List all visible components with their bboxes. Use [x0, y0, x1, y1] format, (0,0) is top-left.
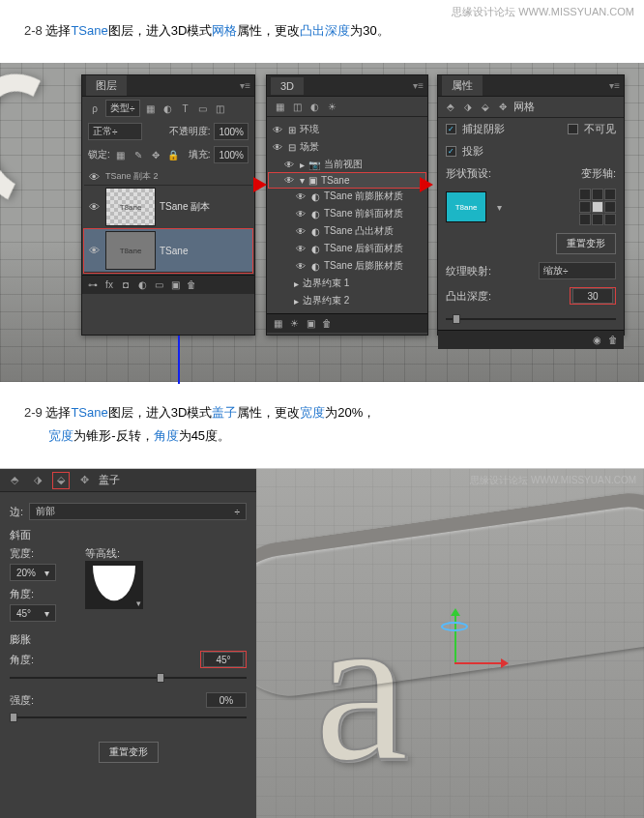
lock-move-icon[interactable]: ✥	[149, 148, 162, 161]
cap-tab-label: 盖子	[99, 473, 120, 487]
strength-slider[interactable]	[10, 711, 247, 724]
lock-paint-icon[interactable]: ✎	[132, 148, 145, 161]
contour-shape-icon	[93, 566, 135, 604]
fill-input[interactable]: 100%	[214, 146, 249, 163]
cap-panel: ⬘ ⬗ ⬙ ✥ 盖子 边: 前部÷ 斜面 宽度: 20%▾ 角度: 45°▾ 等…	[0, 469, 256, 818]
extrude-depth-input[interactable]	[572, 288, 613, 304]
coord-mode-icon[interactable]: ✥	[75, 472, 93, 489]
panel-tabbar: 图层 ▾≡	[82, 75, 254, 97]
filter-scene-icon[interactable]: ▦	[273, 100, 286, 113]
cap-mode-icon[interactable]: ⬙	[52, 472, 70, 489]
filter-light-icon[interactable]: ☀	[325, 100, 338, 113]
dropdown-icon[interactable]: ▾	[136, 599, 141, 608]
inflate-angle-input[interactable]	[203, 652, 244, 667]
tree-item[interactable]: 👁◐TSane 后膨胀材质	[269, 257, 425, 275]
trash-icon[interactable]: 🗑	[606, 334, 620, 347]
tree-item[interactable]: ▸边界约束 2	[269, 292, 425, 309]
visibility-icon[interactable]: 👁	[86, 245, 102, 256]
layers-tab[interactable]: 图层	[86, 75, 127, 96]
filter-type-icon[interactable]: T	[179, 102, 192, 115]
invisible-checkbox[interactable]	[568, 124, 578, 134]
3d-tab[interactable]: 3D	[271, 77, 304, 95]
lock-transparent-icon[interactable]: ▦	[114, 148, 128, 161]
render-icon[interactable]: ◉	[590, 334, 603, 347]
gizmo-x-axis[interactable]	[454, 662, 503, 664]
shape-preset-swatch[interactable]: T8ane	[446, 191, 486, 222]
layer-row[interactable]: 👁 T8ane TSane 副本	[84, 186, 252, 229]
tree-item-selected[interactable]: 👁▾▣TSane	[269, 173, 425, 188]
deform-mode-icon[interactable]: ⬗	[29, 472, 46, 489]
tree-item[interactable]: 👁⊟场景	[269, 138, 425, 156]
visibility-icon[interactable]: 👁	[86, 171, 102, 183]
trash-icon[interactable]: 🗑	[185, 278, 198, 292]
reset-deform-button[interactable]: 重置变形	[99, 742, 159, 763]
link-icon[interactable]: ⊶	[86, 278, 100, 292]
filter-material-icon[interactable]: ◐	[307, 100, 321, 113]
visibility-icon[interactable]: 👁	[86, 201, 102, 213]
tree-item[interactable]: 👁⊞环境	[269, 121, 425, 138]
cap-mode-icon[interactable]: ⬙	[479, 101, 492, 114]
step-2-9: 2-9 选择TSane图层，进入3D模式盖子属性，更改宽度为20%， 宽度为锥形…	[0, 382, 644, 468]
tree-item[interactable]: 👁◐TSane 凸出材质	[269, 222, 425, 240]
fill-adj-icon[interactable]: ◐	[135, 278, 149, 292]
mesh-mode-icon[interactable]: ⬘	[444, 101, 457, 114]
lock-all-icon[interactable]: 🔒	[166, 148, 180, 161]
properties-footer: ◉ 🗑	[438, 330, 624, 349]
trash-icon[interactable]: 🗑	[320, 317, 334, 331]
filter-mesh-icon[interactable]: ◫	[290, 100, 304, 113]
filter-pixel-icon[interactable]: ▦	[144, 102, 158, 115]
tree-item[interactable]: ▸边界约束 1	[269, 275, 425, 292]
panel-menu-icon[interactable]: ▾≡	[413, 80, 424, 91]
panel-menu-icon[interactable]: ▾≡	[240, 80, 250, 91]
tree-item[interactable]: 👁▸📷当前视图	[269, 156, 425, 173]
filter-icon[interactable]: ρ	[88, 102, 102, 115]
layer-row[interactable]: 👁 TSane 副本 2	[84, 168, 252, 186]
panel-menu-icon[interactable]: ▾≡	[609, 80, 620, 91]
lock-label: 锁定:	[88, 148, 110, 161]
kind-filter[interactable]: 类型 ÷	[105, 100, 140, 117]
contour-picker[interactable]: ▾	[85, 561, 143, 609]
edge-select[interactable]: 前部÷	[29, 503, 247, 520]
reset-deform-button[interactable]: 重置变形	[556, 233, 616, 254]
axis-grid[interactable]	[579, 189, 616, 225]
instruction-2-8: 2-8 选择TSane图层，进入3D模式网格属性，更改凸出深度为30。	[24, 19, 620, 42]
edge-label: 边:	[10, 505, 23, 519]
cast-shadow-checkbox[interactable]: ✓	[446, 146, 456, 157]
opacity-input[interactable]: 100%	[214, 123, 249, 140]
blend-mode[interactable]: 正常 ÷	[88, 123, 142, 140]
filter-adjust-icon[interactable]: ◐	[161, 102, 175, 115]
layers-footer: ⊶ fx ◘ ◐ ▭ ▣ 🗑	[82, 275, 254, 294]
layer-row-selected[interactable]: 👁 T8ane TSane	[84, 229, 252, 273]
mesh-mode-icon[interactable]: ⬘	[6, 472, 23, 489]
new-layer-icon[interactable]: ▣	[168, 278, 182, 292]
tree-item[interactable]: 👁◐TSane 前斜面材质	[269, 205, 425, 222]
texmap-select[interactable]: 缩放 ÷	[539, 262, 616, 279]
angle-input[interactable]: 45°▾	[10, 604, 56, 622]
light-icon[interactable]: ☀	[287, 317, 301, 331]
fx-icon[interactable]: fx	[102, 278, 116, 292]
new-icon[interactable]: ▣	[304, 317, 317, 331]
depth-slider[interactable]	[446, 312, 616, 326]
preset-dropdown-icon[interactable]: ▾	[492, 200, 506, 214]
tree-item[interactable]: 👁◐TSane 前膨胀材质	[269, 188, 425, 205]
opacity-label: 不透明度:	[169, 125, 211, 138]
shape-preset-label: 形状预设:	[446, 166, 491, 181]
coord-mode-icon[interactable]: ✥	[496, 101, 510, 114]
filter-smart-icon[interactable]: ◫	[214, 102, 227, 115]
width-label: 宽度:	[10, 546, 56, 561]
filter-shape-icon[interactable]: ▭	[196, 102, 210, 115]
tree-item[interactable]: 👁◐TSane 后斜面材质	[269, 240, 425, 257]
mesh-label: 网格	[513, 100, 535, 114]
3d-viewport[interactable]: 思缘设计论坛 WWW.MISSYUAN.COM a	[256, 469, 644, 818]
fill-label: 填充:	[189, 148, 211, 161]
deform-mode-icon[interactable]: ⬗	[461, 101, 475, 114]
mask-icon[interactable]: ◘	[119, 278, 132, 292]
catch-shadow-checkbox[interactable]: ✓	[446, 124, 456, 134]
angle-label: 角度:	[10, 587, 56, 601]
render-icon[interactable]: ▦	[271, 317, 284, 331]
width-input[interactable]: 20%▾	[10, 564, 56, 581]
properties-tab[interactable]: 属性	[442, 75, 483, 96]
group-icon[interactable]: ▭	[152, 278, 165, 292]
angle-slider[interactable]	[10, 671, 247, 685]
strength-input[interactable]	[206, 692, 247, 708]
